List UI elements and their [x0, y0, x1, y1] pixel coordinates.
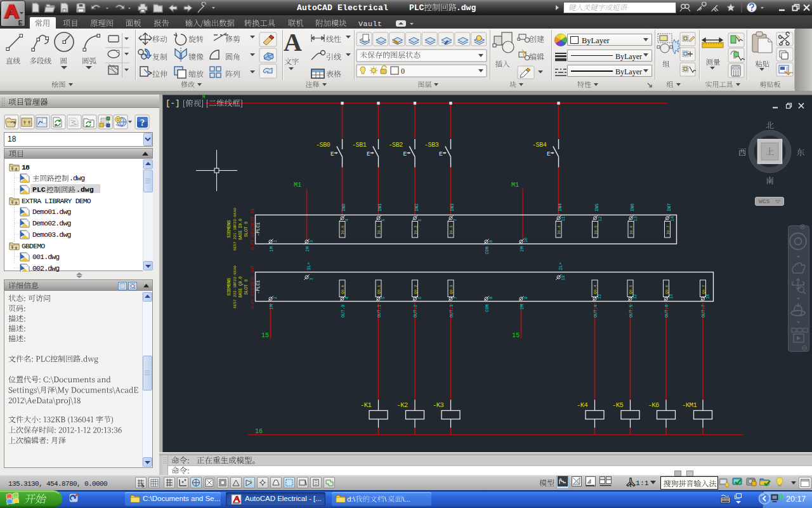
svg-text:E: E [18, 20, 23, 27]
svg-text:IN5: IN5 [594, 203, 599, 211]
svg-text:2M: 2M [520, 246, 525, 251]
svg-text:-PLC1: -PLC1 [256, 222, 261, 236]
svg-text:1M: 1M [269, 304, 274, 309]
svg-text:6ES7 221-1BF22-0XA0: 6ES7 221-1BF22-0XA0 [233, 208, 237, 251]
svg-text:13: 13 [669, 294, 674, 299]
svg-text:M1: M1 [511, 182, 519, 189]
svg-text:SIEMENS: SIEMENS [226, 277, 232, 296]
svg-text:Q0.0: Q0.0 [341, 284, 345, 294]
svg-text:8-PT DISCRETE OUT: 8-PT DISCRETE OUT [250, 265, 255, 309]
svg-text:8: 8 [489, 240, 494, 243]
svg-text:E: E [331, 150, 334, 157]
svg-text:E: E [367, 150, 370, 157]
svg-text:IN0: IN0 [341, 203, 346, 211]
svg-text:11: 11 [561, 217, 566, 222]
svg-text:I0.3: I0.3 [449, 225, 454, 235]
svg-text:I0.5: I0.5 [594, 225, 598, 235]
svg-text:2M: 2M [520, 304, 525, 309]
svg-text:OUT.3: OUT.3 [449, 305, 454, 318]
svg-text:I0.4: I0.4 [557, 225, 561, 235]
svg-text:-K1: -K1 [360, 401, 372, 409]
svg-text:IN7: IN7 [667, 203, 672, 211]
svg-text:-SB3: -SB3 [424, 142, 439, 149]
svg-text:6: 6 [418, 297, 422, 299]
svg-text:15: 15 [261, 332, 269, 339]
svg-text:-K3: -K3 [433, 401, 444, 409]
svg-text:10: 10 [524, 237, 528, 243]
svg-text:14: 14 [706, 294, 710, 299]
svg-text:-SB2: -SB2 [389, 142, 403, 149]
svg-text:IN2: IN2 [414, 203, 419, 211]
svg-text:E: E [547, 150, 551, 157]
svg-text:Q0.3: Q0.3 [449, 284, 454, 294]
svg-text:OUT.6: OUT.6 [664, 305, 669, 318]
svg-text:12: 12 [598, 217, 603, 222]
svg-text:6ES7 222-1BF22-0XA0: 6ES7 222-1BF22-0XA0 [233, 265, 237, 309]
svg-text:OUT.0: OUT.0 [341, 305, 346, 318]
svg-text:BASE Q0.0: BASE Q0.0 [239, 276, 243, 298]
svg-text:16: 16 [255, 428, 263, 435]
svg-text:Q0.5: Q0.5 [629, 284, 633, 294]
svg-text:OUT.7: OUT.7 [701, 305, 706, 318]
svg-text:14: 14 [671, 217, 675, 222]
svg-text:9: 9 [524, 297, 528, 299]
svg-text:5: 5 [381, 297, 386, 299]
svg-text:13: 13 [634, 217, 638, 222]
svg-text:I0.1: I0.1 [377, 225, 381, 235]
svg-text:SLOT 0: SLOT 0 [244, 222, 249, 237]
svg-text:Q0.6: Q0.6 [665, 284, 669, 294]
svg-text:OUT.2: OUT.2 [413, 305, 418, 318]
svg-text:3: 3 [310, 240, 314, 243]
svg-text:4: 4 [345, 219, 350, 222]
svg-text:2L+: 2L+ [558, 262, 563, 271]
svg-text:-SB4: -SB4 [532, 142, 547, 149]
svg-text:M: M [202, 95, 205, 100]
svg-text:SIEMENS: SIEMENS [226, 220, 232, 238]
svg-text:IN4: IN4 [558, 203, 563, 211]
svg-text:-SB0: -SB0 [316, 142, 331, 149]
svg-text:Q0.7: Q0.7 [702, 284, 706, 294]
svg-text:OUT.5: OUT.5 [629, 305, 634, 318]
svg-text:6: 6 [418, 219, 422, 222]
svg-text:11: 11 [598, 294, 602, 299]
svg-text:-KM1: -KM1 [682, 401, 697, 409]
svg-text:7: 7 [454, 219, 458, 222]
svg-text:2: 2 [273, 297, 278, 299]
svg-text:-PLC1: -PLC1 [256, 280, 261, 294]
svg-text:1L+: 1L+ [306, 262, 311, 271]
svg-text:15: 15 [512, 332, 520, 339]
svg-text:E: E [403, 150, 407, 157]
svg-text:7: 7 [454, 297, 458, 299]
svg-text:2M: 2M [305, 246, 310, 251]
svg-text:BASE I0.0: BASE I0.0 [239, 218, 243, 240]
svg-text:I0.0: I0.0 [341, 225, 345, 235]
svg-text:-K2: -K2 [397, 401, 409, 409]
svg-text:-SB1: -SB1 [352, 142, 367, 149]
svg-text:I0.2: I0.2 [414, 225, 418, 235]
svg-text:-K6: -K6 [648, 401, 660, 409]
svg-text:IN6: IN6 [630, 203, 635, 211]
svg-text:3: 3 [310, 278, 314, 281]
svg-text:IN3: IN3 [450, 203, 455, 211]
svg-text:I0.6: I0.6 [629, 225, 634, 235]
svg-text:12: 12 [633, 294, 638, 299]
svg-text:-K5: -K5 [612, 401, 624, 409]
svg-text:10: 10 [561, 276, 566, 281]
svg-text:?: ? [140, 118, 145, 128]
svg-text:4: 4 [345, 297, 350, 299]
svg-text:COM: COM [485, 304, 490, 312]
svg-text:6-PT DISCRETE IN: 6-PT DISCRETE IN [250, 209, 255, 250]
svg-text:Q0.1: Q0.1 [377, 284, 381, 294]
svg-text:COM: COM [485, 246, 490, 254]
svg-text:1: 1 [273, 240, 278, 243]
svg-text:OUT.1: OUT.1 [377, 305, 382, 318]
svg-text:IN1: IN1 [377, 203, 383, 211]
svg-text:OUT.4: OUT.4 [593, 305, 598, 318]
svg-text:5: 5 [381, 219, 386, 222]
svg-text:1M: 1M [269, 246, 274, 251]
svg-text:-K4: -K4 [577, 401, 588, 409]
svg-text:M1: M1 [294, 182, 301, 189]
svg-text:E: E [439, 150, 443, 157]
svg-text:8: 8 [489, 297, 494, 299]
svg-text:SLOT 0: SLOT 0 [244, 279, 249, 295]
